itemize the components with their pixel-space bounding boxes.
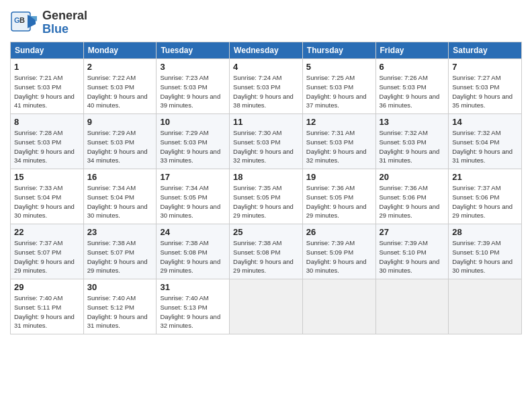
day-number: 8: [14, 117, 80, 127]
weekday-header-saturday: Saturday: [449, 42, 522, 59]
day-number: 19: [306, 172, 372, 182]
day-info: Sunrise: 7:32 AMSunset: 5:04 PMDaylight:…: [452, 129, 513, 164]
day-number: 23: [87, 227, 153, 237]
day-info: Sunrise: 7:29 AMSunset: 5:03 PMDaylight:…: [160, 129, 220, 164]
weekday-header-sunday: Sunday: [11, 42, 84, 59]
day-number: 18: [233, 172, 299, 182]
logo-blue: Blue: [42, 23, 87, 36]
day-info: Sunrise: 7:38 AMSunset: 5:08 PMDaylight:…: [160, 239, 220, 274]
day-number: 22: [14, 227, 80, 237]
day-number: 28: [452, 227, 518, 237]
calendar-cell: 3 Sunrise: 7:23 AMSunset: 5:03 PMDayligh…: [157, 59, 230, 114]
calendar-cell: 17 Sunrise: 7:34 AMSunset: 5:05 PMDaylig…: [157, 169, 230, 224]
calendar-table: SundayMondayTuesdayWednesdayThursdayFrid…: [10, 42, 522, 334]
day-info: Sunrise: 7:40 AMSunset: 5:13 PMDaylight:…: [160, 294, 220, 329]
day-info: Sunrise: 7:36 AMSunset: 5:06 PMDaylight:…: [380, 184, 440, 219]
calendar-cell: 20 Sunrise: 7:36 AMSunset: 5:06 PMDaylig…: [375, 169, 449, 224]
calendar-cell: 8 Sunrise: 7:28 AMSunset: 5:03 PMDayligh…: [11, 114, 84, 169]
day-number: 30: [87, 282, 153, 292]
calendar-cell: [375, 279, 449, 334]
svg-text:B: B: [19, 16, 25, 24]
day-info: Sunrise: 7:37 AMSunset: 5:06 PMDaylight:…: [452, 184, 513, 219]
day-number: 21: [452, 172, 518, 182]
day-number: 7: [452, 62, 518, 72]
calendar-body: 1 Sunrise: 7:21 AMSunset: 5:03 PMDayligh…: [11, 59, 522, 334]
day-number: 11: [233, 117, 299, 127]
day-info: Sunrise: 7:22 AMSunset: 5:03 PMDaylight:…: [87, 74, 148, 109]
day-info: Sunrise: 7:34 AMSunset: 5:04 PMDaylight:…: [87, 184, 148, 219]
page-container: G B General Blue SundayMondayTuesdayWedn…: [0, 0, 532, 341]
calendar-cell: 24 Sunrise: 7:38 AMSunset: 5:08 PMDaylig…: [157, 224, 230, 279]
day-number: 31: [160, 282, 226, 292]
calendar-week-3: 15 Sunrise: 7:33 AMSunset: 5:04 PMDaylig…: [11, 169, 522, 224]
calendar-cell: 9 Sunrise: 7:29 AMSunset: 5:03 PMDayligh…: [83, 114, 157, 169]
calendar-cell: 6 Sunrise: 7:26 AMSunset: 5:03 PMDayligh…: [375, 59, 449, 114]
weekday-header-row: SundayMondayTuesdayWednesdayThursdayFrid…: [11, 42, 522, 59]
day-info: Sunrise: 7:38 AMSunset: 5:08 PMDaylight:…: [233, 239, 294, 274]
calendar-cell: [449, 279, 522, 334]
logo-general: General: [42, 9, 87, 23]
day-number: 1: [14, 62, 80, 72]
day-number: 10: [160, 117, 226, 127]
day-number: 16: [87, 172, 153, 182]
calendar-cell: 7 Sunrise: 7:27 AMSunset: 5:03 PMDayligh…: [449, 59, 522, 114]
header: G B General Blue: [10, 7, 522, 36]
calendar-cell: 25 Sunrise: 7:38 AMSunset: 5:08 PMDaylig…: [230, 224, 303, 279]
calendar-cell: 27 Sunrise: 7:39 AMSunset: 5:10 PMDaylig…: [375, 224, 449, 279]
weekday-header-wednesday: Wednesday: [230, 42, 303, 59]
day-info: Sunrise: 7:31 AMSunset: 5:03 PMDaylight:…: [306, 129, 367, 164]
calendar-cell: 16 Sunrise: 7:34 AMSunset: 5:04 PMDaylig…: [83, 169, 157, 224]
day-info: Sunrise: 7:27 AMSunset: 5:03 PMDaylight:…: [452, 74, 513, 109]
calendar-cell: 26 Sunrise: 7:39 AMSunset: 5:09 PMDaylig…: [302, 224, 375, 279]
day-number: 20: [380, 172, 445, 182]
day-info: Sunrise: 7:21 AMSunset: 5:03 PMDaylight:…: [14, 74, 75, 109]
day-number: 2: [87, 62, 153, 72]
day-info: Sunrise: 7:29 AMSunset: 5:03 PMDaylight:…: [87, 129, 148, 164]
day-number: 24: [160, 227, 226, 237]
day-number: 15: [14, 172, 80, 182]
weekday-header-tuesday: Tuesday: [157, 42, 230, 59]
day-number: 29: [14, 282, 80, 292]
calendar-week-1: 1 Sunrise: 7:21 AMSunset: 5:03 PMDayligh…: [11, 59, 522, 114]
day-number: 25: [233, 227, 299, 237]
day-number: 26: [306, 227, 372, 237]
calendar-week-2: 8 Sunrise: 7:28 AMSunset: 5:03 PMDayligh…: [11, 114, 522, 169]
calendar-cell: 4 Sunrise: 7:24 AMSunset: 5:03 PMDayligh…: [230, 59, 303, 114]
calendar-cell: 19 Sunrise: 7:36 AMSunset: 5:05 PMDaylig…: [302, 169, 375, 224]
day-number: 12: [306, 117, 372, 127]
calendar-cell: 14 Sunrise: 7:32 AMSunset: 5:04 PMDaylig…: [449, 114, 522, 169]
day-number: 4: [233, 62, 299, 72]
calendar-cell: 23 Sunrise: 7:38 AMSunset: 5:07 PMDaylig…: [83, 224, 157, 279]
calendar-cell: 2 Sunrise: 7:22 AMSunset: 5:03 PMDayligh…: [83, 59, 157, 114]
calendar-cell: 13 Sunrise: 7:32 AMSunset: 5:03 PMDaylig…: [375, 114, 449, 169]
day-info: Sunrise: 7:37 AMSunset: 5:07 PMDaylight:…: [14, 239, 75, 274]
day-info: Sunrise: 7:40 AMSunset: 5:12 PMDaylight:…: [87, 294, 148, 329]
day-info: Sunrise: 7:24 AMSunset: 5:03 PMDaylight:…: [233, 74, 294, 109]
calendar-cell: 15 Sunrise: 7:33 AMSunset: 5:04 PMDaylig…: [11, 169, 84, 224]
logo: G B General Blue: [10, 9, 87, 36]
day-info: Sunrise: 7:39 AMSunset: 5:10 PMDaylight:…: [452, 239, 513, 274]
day-number: 13: [380, 117, 445, 127]
calendar-week-5: 29 Sunrise: 7:40 AMSunset: 5:11 PMDaylig…: [11, 279, 522, 334]
calendar-week-4: 22 Sunrise: 7:37 AMSunset: 5:07 PMDaylig…: [11, 224, 522, 279]
calendar-cell: 18 Sunrise: 7:35 AMSunset: 5:05 PMDaylig…: [230, 169, 303, 224]
day-number: 5: [306, 62, 372, 72]
day-number: 27: [380, 227, 445, 237]
calendar-cell: [230, 279, 303, 334]
calendar-cell: 21 Sunrise: 7:37 AMSunset: 5:06 PMDaylig…: [449, 169, 522, 224]
calendar-cell: 12 Sunrise: 7:31 AMSunset: 5:03 PMDaylig…: [302, 114, 375, 169]
day-info: Sunrise: 7:26 AMSunset: 5:03 PMDaylight:…: [380, 74, 440, 109]
day-info: Sunrise: 7:35 AMSunset: 5:05 PMDaylight:…: [233, 184, 294, 219]
calendar-cell: 22 Sunrise: 7:37 AMSunset: 5:07 PMDaylig…: [11, 224, 84, 279]
calendar-cell: 29 Sunrise: 7:40 AMSunset: 5:11 PMDaylig…: [11, 279, 84, 334]
weekday-header-monday: Monday: [83, 42, 157, 59]
weekday-header-friday: Friday: [375, 42, 449, 59]
day-info: Sunrise: 7:33 AMSunset: 5:04 PMDaylight:…: [14, 184, 75, 219]
day-info: Sunrise: 7:36 AMSunset: 5:05 PMDaylight:…: [306, 184, 367, 219]
calendar-cell: 31 Sunrise: 7:40 AMSunset: 5:13 PMDaylig…: [157, 279, 230, 334]
day-info: Sunrise: 7:30 AMSunset: 5:03 PMDaylight:…: [233, 129, 294, 164]
calendar-cell: 1 Sunrise: 7:21 AMSunset: 5:03 PMDayligh…: [11, 59, 84, 114]
calendar-cell: 28 Sunrise: 7:39 AMSunset: 5:10 PMDaylig…: [449, 224, 522, 279]
day-info: Sunrise: 7:39 AMSunset: 5:10 PMDaylight:…: [380, 239, 440, 274]
day-info: Sunrise: 7:23 AMSunset: 5:03 PMDaylight:…: [160, 74, 220, 109]
